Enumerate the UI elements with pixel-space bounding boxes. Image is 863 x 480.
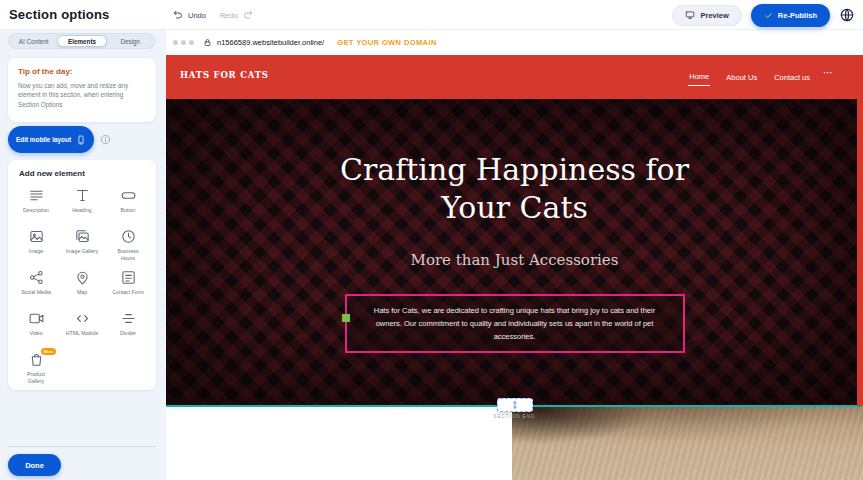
- topbar: Section options Undo Redo Preview: [0, 0, 863, 30]
- add-element-label: Divider: [120, 330, 136, 337]
- add-element-label: Business Hours: [111, 248, 145, 262]
- image-icon: [28, 228, 45, 245]
- add-element-contact-form[interactable]: Contact Form: [105, 269, 151, 308]
- add-element-business-hours[interactable]: Business Hours: [105, 228, 151, 267]
- nav-item-about-us[interactable]: About Us: [725, 69, 758, 86]
- site-header: HATS FOR CATS HomeAbout UsContact us ⋯: [166, 55, 863, 99]
- add-element-html-module[interactable]: HTML Module: [59, 310, 105, 349]
- cat-carpet-image: [512, 407, 863, 480]
- social-media-icon: [28, 269, 45, 286]
- add-element-label: Map: [77, 289, 87, 296]
- add-element-label: Video: [29, 330, 42, 337]
- tip-body: Now you can add, move and resize any ele…: [18, 81, 146, 109]
- add-element-description[interactable]: Description: [13, 187, 59, 226]
- site-nav: HomeAbout UsContact us: [688, 55, 811, 99]
- scrollbar-strip[interactable]: [857, 99, 863, 406]
- add-element-label: Image Gallery: [66, 248, 98, 255]
- add-element-button[interactable]: Button: [105, 187, 151, 226]
- add-element-image-gallery[interactable]: Image Gallery: [59, 228, 105, 267]
- hero-title-line2: Your Cats: [166, 189, 863, 227]
- tip-card: Tip of the day: Now you can add, move an…: [8, 58, 156, 122]
- redo-button[interactable]: Redo: [220, 9, 254, 21]
- element-grid: DescriptionHeadingButtonImageImage Galle…: [13, 187, 151, 390]
- redo-label: Redo: [220, 11, 238, 20]
- description-icon: [28, 187, 45, 204]
- add-element-divider[interactable]: Divider: [105, 310, 151, 349]
- hero-title-line1: Crafting Happiness for: [166, 151, 863, 189]
- window-controls: [173, 40, 194, 45]
- element-resize-handle[interactable]: [342, 314, 350, 322]
- republish-button[interactable]: Re-Publish: [751, 4, 830, 27]
- contact-form-icon: [120, 269, 137, 286]
- edit-mobile-layout-button[interactable]: Edit mobile layout: [8, 126, 94, 153]
- video-icon: [28, 310, 45, 327]
- canvas: n1566589.websitebuilder.online/ GET YOUR…: [166, 30, 863, 480]
- add-element-panel: Add new element DescriptionHeadingButton…: [8, 160, 156, 390]
- preview-button[interactable]: Preview: [672, 5, 741, 26]
- up-down-arrow-icon: [510, 400, 520, 410]
- add-element-label: Social Media: [21, 289, 51, 296]
- topbar-actions: Preview Re-Publish: [672, 0, 855, 30]
- add-element-label: Contact Form: [112, 289, 143, 296]
- site-logo[interactable]: HATS FOR CATS: [180, 70, 269, 80]
- add-element-label: Heading: [72, 207, 91, 214]
- add-element-label: Button: [121, 207, 136, 214]
- heading-icon: [74, 187, 91, 204]
- mobile-phone-icon: [76, 135, 86, 145]
- hero-subtitle: More than Just Accessories: [166, 251, 863, 269]
- tab-ai-content[interactable]: AI Content: [10, 35, 57, 47]
- sidebar-divider: [8, 446, 156, 447]
- redo-icon: [242, 9, 254, 21]
- button-icon: [120, 187, 137, 204]
- add-element-video[interactable]: Video: [13, 310, 59, 349]
- add-panel-title: Add new element: [19, 169, 151, 178]
- hero-title: Crafting Happiness for Your Cats: [166, 151, 863, 227]
- divider-icon: [120, 310, 137, 327]
- business-hours-icon: [120, 228, 137, 245]
- info-icon[interactable]: [100, 134, 111, 145]
- sidebar: AI ContentElementsDesign Tip of the day:…: [0, 30, 166, 480]
- site-preview: HATS FOR CATS HomeAbout UsContact us ⋯ C…: [166, 55, 863, 480]
- site-url: n1566589.websitebuilder.online/: [217, 38, 324, 47]
- add-element-image[interactable]: Image: [13, 228, 59, 267]
- section-resize-handle[interactable]: [497, 398, 533, 412]
- new-badge: New: [41, 348, 56, 355]
- lock-icon: [203, 38, 212, 47]
- edit-mobile-label: Edit mobile layout: [16, 136, 71, 143]
- add-element-label: Product Gallery: [19, 371, 53, 385]
- add-element-product-gallery[interactable]: NewProduct Gallery: [13, 351, 59, 390]
- nav-item-home[interactable]: Home: [688, 68, 710, 86]
- republish-label: Re-Publish: [778, 11, 817, 20]
- history-controls: Undo Redo: [172, 0, 254, 30]
- app: Section options Undo Redo Preview: [0, 0, 863, 480]
- undo-icon: [172, 9, 184, 21]
- add-element-social-media[interactable]: Social Media: [13, 269, 59, 308]
- nav-more-button[interactable]: ⋯: [823, 68, 833, 78]
- undo-label: Undo: [188, 11, 206, 20]
- tab-design[interactable]: Design: [107, 35, 154, 47]
- image-gallery-icon: [74, 228, 91, 245]
- tip-title: Tip of the day:: [18, 67, 146, 76]
- html-module-icon: [74, 310, 91, 327]
- get-domain-link[interactable]: GET YOUR OWN DOMAIN: [337, 38, 437, 47]
- add-element-map[interactable]: Map: [59, 269, 105, 308]
- hero-paragraph-text: Hats for Cats, we are dedicated to craft…: [374, 306, 655, 341]
- globe-icon[interactable]: [839, 7, 855, 23]
- monitor-icon: [685, 10, 695, 20]
- hero-paragraph-box[interactable]: Hats for Cats, we are dedicated to craft…: [345, 294, 685, 353]
- add-element-heading[interactable]: Heading: [59, 187, 105, 226]
- add-element-label: HTML Module: [66, 330, 98, 337]
- browser-bar: n1566589.websitebuilder.online/ GET YOUR…: [166, 30, 863, 55]
- done-button[interactable]: Done: [8, 454, 61, 476]
- preview-label: Preview: [700, 11, 728, 20]
- undo-button[interactable]: Undo: [172, 9, 206, 21]
- add-element-label: Description: [23, 207, 49, 214]
- map-icon: [74, 269, 91, 286]
- tab-elements[interactable]: Elements: [57, 35, 106, 47]
- section-end-label: SECTION END: [485, 414, 545, 419]
- hero-section: Crafting Happiness for Your Cats More th…: [166, 99, 863, 406]
- check-icon: [764, 11, 773, 20]
- sidebar-tabs: AI ContentElementsDesign: [8, 33, 156, 49]
- add-element-label: Image: [29, 248, 43, 255]
- nav-item-contact-us[interactable]: Contact us: [773, 69, 811, 86]
